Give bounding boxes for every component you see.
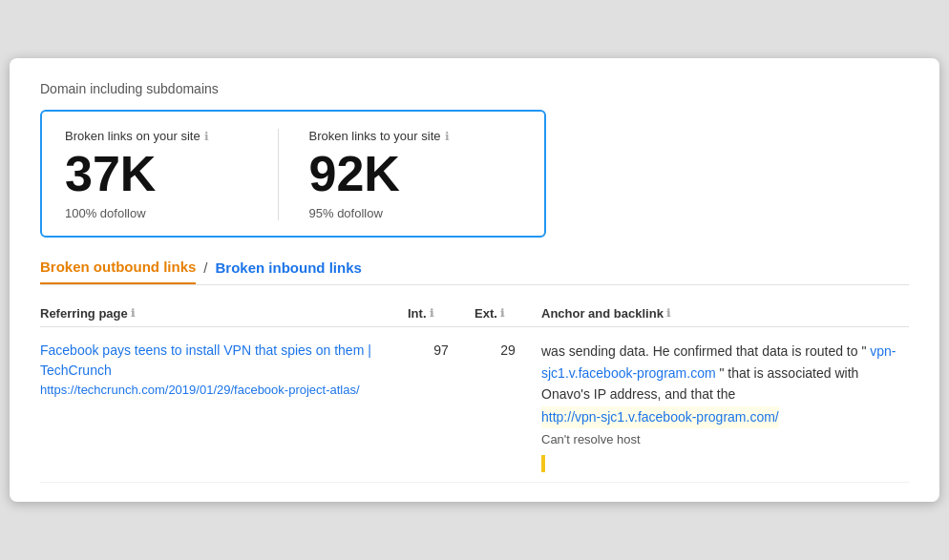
tab-broken-inbound[interactable]: Broken inbound links xyxy=(216,259,362,283)
col-int-info-icon[interactable]: ℹ xyxy=(430,307,433,320)
col-anchor-info-icon[interactable]: ℹ xyxy=(666,307,670,320)
metric-on-site-title: Broken links on your site ℹ xyxy=(65,129,278,143)
metric-on-site-value: 37K xyxy=(65,149,278,198)
col-header-int: Int. ℹ xyxy=(408,306,474,321)
cell-anchor: was sending data. He confirmed that data… xyxy=(541,341,909,472)
cannot-resolve-text: Can't resolve host xyxy=(541,430,909,450)
anchor-backlink[interactable]: http://vpn-sjc1.v.facebook-program.com/ xyxy=(541,406,779,427)
tab-broken-outbound[interactable]: Broken outbound links xyxy=(40,259,196,284)
col-ext-info-icon[interactable]: ℹ xyxy=(500,307,504,320)
metric-broken-on-site: Broken links on your site ℹ 37K 100% dof… xyxy=(65,129,278,220)
metric-to-site-value: 92K xyxy=(309,149,522,198)
table-row: Facebook pays teens to install VPN that … xyxy=(40,331,909,483)
col-header-referring-page: Referring page ℹ xyxy=(40,306,408,321)
tabs-row: Broken outbound links / Broken inbound l… xyxy=(40,259,909,285)
metric-to-site-info-icon[interactable]: ℹ xyxy=(445,130,450,143)
cell-int: 97 xyxy=(408,341,474,358)
referring-page-link[interactable]: Facebook pays teens to install VPN that … xyxy=(40,342,371,378)
cell-referring-page: Facebook pays teens to install VPN that … xyxy=(40,341,408,400)
metric-broken-to-site: Broken links to your site ℹ 92K 95% dofo… xyxy=(278,129,522,220)
table-header-row: Referring page ℹ Int. ℹ Ext. ℹ Anchor an… xyxy=(40,301,909,327)
metrics-box: Broken links on your site ℹ 37K 100% dof… xyxy=(40,110,546,238)
metric-on-site-sub: 100% dofollow xyxy=(65,206,278,220)
main-card: Domain including subdomains Broken links… xyxy=(10,58,939,502)
metric-on-site-info-icon[interactable]: ℹ xyxy=(204,130,209,143)
cell-ext: 29 xyxy=(474,341,541,358)
yellow-bar-icon xyxy=(541,455,545,472)
col-header-ext: Ext. ℹ xyxy=(474,306,541,321)
metric-to-site-sub: 95% dofollow xyxy=(309,206,522,220)
referring-page-url-link[interactable]: https://techcrunch.com/2019/01/29/facebo… xyxy=(40,383,360,397)
table-container: Referring page ℹ Int. ℹ Ext. ℹ Anchor an… xyxy=(40,301,909,483)
tab-separator: / xyxy=(203,259,207,283)
col-header-anchor: Anchor and backlink ℹ xyxy=(541,306,909,321)
col-referring-info-icon[interactable]: ℹ xyxy=(131,307,135,320)
metric-to-site-title: Broken links to your site ℹ xyxy=(309,129,522,143)
domain-label: Domain including subdomains xyxy=(40,81,909,96)
